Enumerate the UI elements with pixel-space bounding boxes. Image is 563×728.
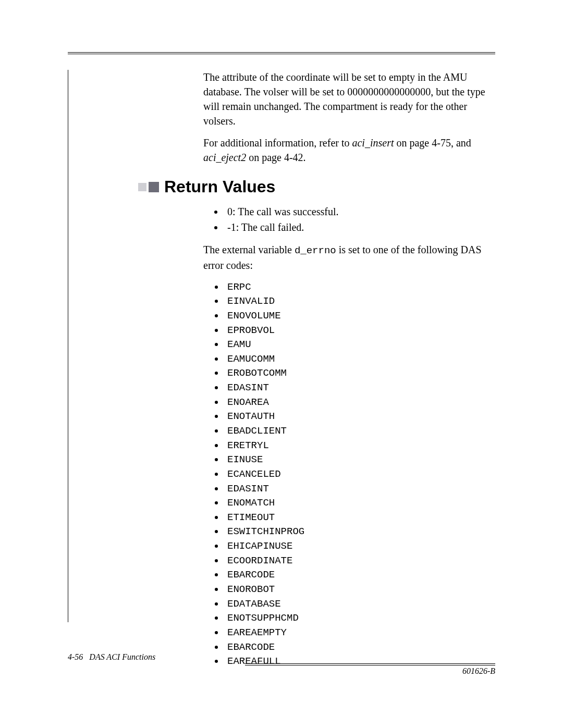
error-code-item: ENOTSUPPHCMD: [224, 611, 495, 625]
error-code-item: EDASINT: [224, 482, 495, 496]
errno-intro-a: The external variable: [203, 244, 295, 255]
intro-para-2-b: on page 4-75, and: [394, 137, 471, 149]
section-heading-wrap: Return Values: [138, 177, 495, 196]
return-values-list: 0: The call was successful. -1: The call…: [224, 204, 495, 235]
error-code-item: EAMUCOMM: [224, 352, 495, 366]
error-code-item: ENOVOLUME: [224, 309, 495, 323]
error-codes-list: ERPC EINVALID ENOVOLUME EPROBVOL EAMU EA…: [224, 280, 495, 669]
heading-block-icon-light: [138, 183, 146, 191]
error-code-item: ERPC: [224, 280, 495, 294]
error-code-item: EAREAEMPTY: [224, 625, 495, 640]
error-code-item: EINVALID: [224, 294, 495, 309]
error-code-item: EPROBVOL: [224, 323, 495, 338]
footer-chapter-title: DAS ACI Functions: [89, 652, 155, 661]
error-code-item: EHICAPINUSE: [224, 539, 495, 553]
error-code-item: ENOROBOT: [224, 582, 495, 597]
error-code-item: EAMU: [224, 337, 495, 352]
error-code-item: EINUSE: [224, 452, 495, 467]
errno-code: d_errno: [295, 245, 336, 256]
section-vertical-rule: [68, 70, 68, 622]
intro-para-1: The attribute of the coordinate will be …: [203, 70, 495, 128]
error-code-item: EDATABASE: [224, 597, 495, 611]
return-value-item: 0: The call was successful.: [224, 204, 495, 219]
intro-para-2-c: on page 4-42.: [246, 152, 305, 163]
error-code-item: ENOTAUTH: [224, 409, 495, 424]
ref-aci-eject2: aci_eject2: [203, 152, 246, 163]
top-rule: [68, 52, 495, 54]
footer-rule: [245, 663, 495, 665]
error-code-item: ESWITCHINPROG: [224, 524, 495, 539]
error-code-item: EDASINT: [224, 380, 495, 395]
return-value-item: -1: The call failed.: [224, 219, 495, 235]
error-code-item: ENOMATCH: [224, 496, 495, 510]
error-code-item: EBADCLIENT: [224, 424, 495, 438]
errno-intro: The external variable d_errno is set to …: [203, 242, 495, 273]
footer-left: 4-56 DAS ACI Functions: [68, 652, 495, 662]
intro-para-2-a: For additional information, refer to: [203, 137, 352, 149]
footer-page-number: 4-56: [68, 652, 83, 661]
error-code-item: ENOAREA: [224, 395, 495, 410]
intro-para-2: For additional information, refer to aci…: [203, 135, 495, 165]
heading-block-icon-dark: [149, 182, 159, 192]
page-footer: 4-56 DAS ACI Functions 601626-B: [68, 652, 495, 676]
error-code-item: ETIMEOUT: [224, 510, 495, 525]
error-code-item: ECANCELED: [224, 467, 495, 482]
error-code-item: ERETRYL: [224, 438, 495, 453]
error-code-item: EROBOTCOMM: [224, 366, 495, 380]
error-code-item: EBARCODE: [224, 567, 495, 582]
footer-right: 601626-B: [68, 667, 495, 676]
ref-aci-insert: aci_insert: [352, 137, 394, 149]
error-code-item: ECOORDINATE: [224, 553, 495, 568]
section-heading: Return Values: [164, 177, 275, 196]
